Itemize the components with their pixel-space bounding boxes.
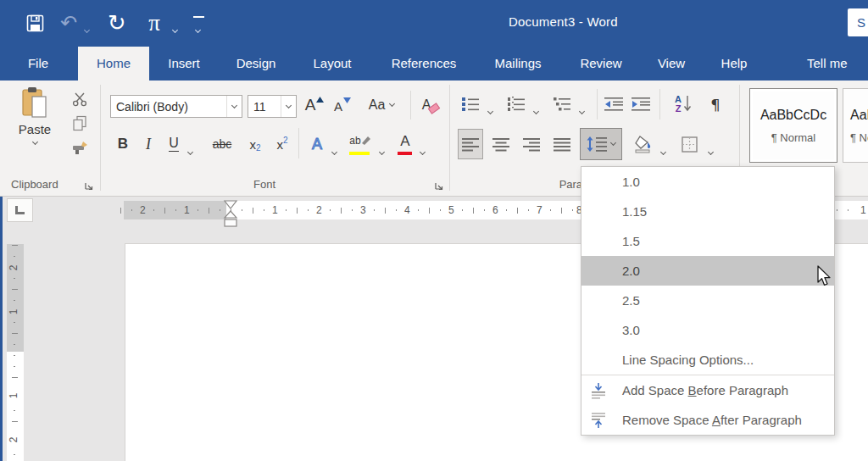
align-center-button[interactable] — [488, 129, 514, 159]
style-no-spacing[interactable]: AaBbCcDc ¶ No Spac — [843, 88, 868, 163]
multilevel-list-button[interactable] — [549, 92, 575, 116]
text-effects-dropdown[interactable] — [332, 142, 337, 158]
sort-letters: A Z — [675, 95, 682, 114]
tab-design[interactable]: Design — [229, 47, 283, 81]
remove-space-after-icon — [590, 412, 607, 429]
qat-customize-button[interactable] — [193, 16, 205, 36]
undo-button[interactable]: ↶ — [56, 8, 81, 37]
ruler-number: 5 — [446, 201, 457, 219]
shading-dropdown[interactable] — [661, 142, 665, 158]
menu-item-2.0[interactable]: 2.0 — [581, 256, 834, 286]
tab-review[interactable]: Review — [570, 47, 632, 81]
numbering-dropdown[interactable] — [534, 102, 538, 117]
superscript-button[interactable]: x 2 — [270, 130, 295, 158]
tab-mailings[interactable]: Mailings — [483, 47, 553, 81]
shrink-font-button[interactable]: A — [331, 94, 354, 118]
change-case-button[interactable]: Aa — [363, 92, 400, 118]
bullets-dropdown[interactable] — [488, 102, 492, 117]
paintbrush-icon — [71, 138, 88, 155]
tab-insert[interactable]: Insert — [159, 47, 209, 81]
align-left-button[interactable] — [458, 129, 483, 159]
group-separator — [100, 85, 101, 191]
justify-button[interactable] — [549, 129, 575, 159]
chevron-down-icon — [286, 102, 292, 108]
clear-formatting-button[interactable]: A — [417, 92, 444, 118]
tab-stop-selector[interactable] — [7, 198, 33, 222]
borders-dropdown[interactable] — [709, 142, 713, 158]
indent-markers[interactable] — [223, 200, 238, 229]
underline-button[interactable]: U — [163, 130, 185, 158]
font-name-dropdown[interactable] — [226, 96, 242, 117]
subscript-base: x — [249, 137, 256, 152]
clipboard-dialog-launcher[interactable] — [84, 180, 94, 195]
menu-item-remove-space-after[interactable]: Remove Space After Paragraph — [581, 405, 834, 435]
strikethrough-button[interactable]: abc — [205, 130, 239, 158]
numbering-button[interactable] — [504, 92, 529, 116]
font-dialog-launcher[interactable] — [434, 180, 444, 195]
ruler-number: 1 — [181, 201, 192, 219]
menu-item-2.5[interactable]: 2.5 — [581, 286, 834, 315]
separator — [410, 91, 411, 119]
font-size-dropdown[interactable] — [281, 96, 296, 117]
shading-button[interactable] — [631, 130, 656, 158]
sort-button[interactable]: A Z — [668, 91, 698, 118]
sign-in-button[interactable]: S — [848, 8, 868, 36]
bullets-button[interactable] — [458, 92, 483, 116]
tell-me-label[interactable]: Tell me — [807, 47, 868, 81]
tab-home[interactable]: Home — [78, 47, 149, 81]
cut-button[interactable] — [68, 89, 92, 109]
font-size-combo[interactable]: 11 — [248, 95, 297, 118]
tab-help[interactable]: Help — [710, 47, 758, 81]
equation-button[interactable]: π — [139, 8, 170, 37]
ruler-number: 1 — [8, 387, 23, 404]
menu-item-1.15[interactable]: 1.15 — [581, 197, 834, 226]
menu-item-1.0[interactable]: 1.0 — [581, 167, 834, 197]
menu-item-add-space-before[interactable]: Add Space Before Paragraph — [581, 375, 834, 405]
bold-button[interactable]: B — [112, 130, 134, 158]
increase-indent-button[interactable] — [629, 92, 653, 116]
accelerator-key: A — [712, 413, 721, 427]
multilevel-dropdown[interactable] — [580, 102, 584, 117]
highlight-pen-icon — [359, 134, 371, 146]
highlight-dropdown[interactable] — [380, 142, 384, 158]
chevron-down-icon — [533, 108, 539, 114]
tab-references[interactable]: References — [381, 47, 466, 81]
redo-icon: ↻ — [108, 12, 126, 34]
paste-button[interactable]: Paste — [7, 85, 63, 163]
menu-item-3.0[interactable]: 3.0 — [581, 315, 834, 345]
undo-dropdown-button[interactable] — [85, 20, 89, 36]
save-button[interactable] — [22, 8, 47, 37]
menu-item-text: Remove Space — [622, 413, 712, 427]
borders-button[interactable] — [676, 130, 702, 158]
highlight-button[interactable]: ab — [346, 130, 375, 158]
redo-button[interactable]: ↻ — [103, 8, 131, 37]
decrease-indent-button[interactable] — [602, 92, 626, 116]
font-color-bar — [398, 152, 412, 155]
line-spacing-button[interactable] — [580, 128, 622, 160]
equation-dropdown-button[interactable] — [173, 20, 177, 36]
copy-button[interactable] — [68, 113, 92, 133]
show-hide-marks-button[interactable]: ¶ — [704, 91, 727, 118]
arrow-down-icon — [683, 95, 692, 114]
font-name-combo[interactable]: Calibri (Body) — [110, 95, 242, 118]
tab-file[interactable]: File — [15, 47, 61, 81]
align-right-button[interactable] — [519, 129, 544, 159]
tab-layout[interactable]: Layout — [305, 47, 359, 81]
text-effects-button[interactable]: A — [305, 130, 329, 158]
italic-button[interactable]: I — [139, 130, 158, 158]
numbered-list-icon — [507, 96, 526, 113]
subscript-button[interactable]: x 2 — [242, 130, 268, 158]
style-normal[interactable]: AaBbCcDc ¶ Normal — [749, 88, 837, 163]
menu-item-line-spacing-options[interactable]: Line Spacing Options... — [581, 345, 834, 375]
word-window: ↶ ↻ π Document3 - Word S File Home Inser… — [0, 0, 868, 461]
format-painter-button[interactable] — [68, 136, 92, 157]
left-tab-icon — [15, 206, 25, 214]
underline-dropdown[interactable] — [188, 142, 192, 158]
ribbon-tabs: File Home Insert Design Layout Reference… — [0, 47, 868, 81]
menu-item-text: Add Space — [622, 383, 688, 397]
grow-font-button[interactable]: A — [302, 92, 327, 118]
font-color-dropdown[interactable] — [420, 142, 425, 158]
menu-item-1.5[interactable]: 1.5 — [581, 226, 834, 256]
tab-view[interactable]: View — [649, 47, 693, 81]
font-color-button[interactable]: A — [393, 130, 417, 158]
